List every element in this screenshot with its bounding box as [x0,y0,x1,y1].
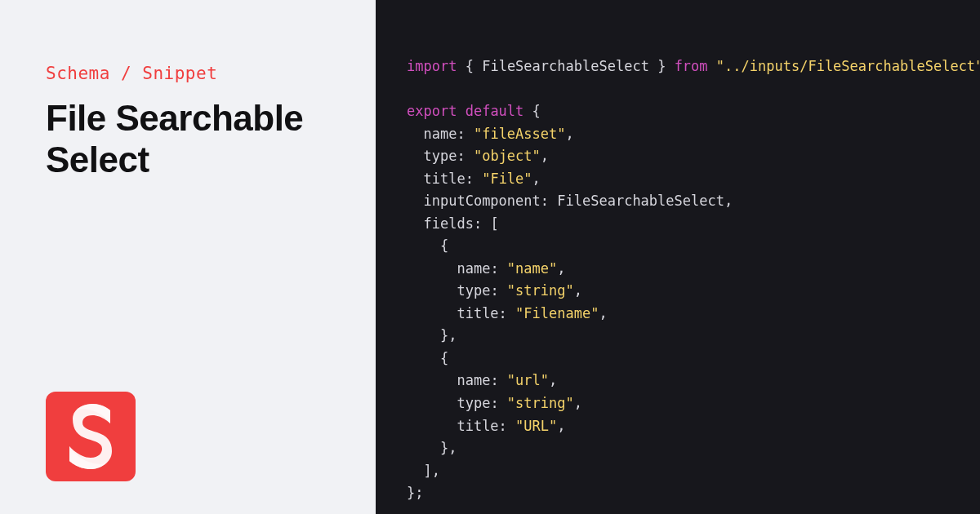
f2-key-type: type [457,395,490,411]
sanity-logo [46,392,136,481]
key-fields: fields [423,215,473,232]
page-title: File Searchable Select [46,98,330,180]
f1-key-type: type [457,282,490,299]
key-title: title [423,171,465,187]
brace-close: } [657,58,666,74]
f1-val-name: "name" [507,260,557,277]
val-type: "object" [474,148,541,164]
breadcrumb: Schema / Snippet [46,64,330,83]
obj-close: }; [407,485,423,501]
val-input-component: FileSearchableSelect [557,193,724,209]
f2-close: }, [440,440,457,456]
kw-import: import [407,58,457,74]
left-panel: Schema / Snippet File Searchable Select [0,0,376,514]
f2-val-type: "string" [507,395,574,411]
f1-key-name: name [457,260,490,277]
f2-key-title: title [457,418,498,434]
page-container: Schema / Snippet File Searchable Select … [0,0,980,514]
f1-val-type: "string" [507,282,574,299]
kw-from: from [675,58,708,74]
f1-open: { [440,237,448,254]
kw-default: default [466,103,524,119]
f2-open: { [440,350,448,366]
kw-export: export [407,103,457,119]
f2-val-title: "URL" [515,418,557,434]
key-input-component: inputComponent [423,193,540,209]
fields-open: [ [490,215,498,232]
f1-val-title: "Filename" [515,305,599,321]
val-name: "fileAsset" [474,126,566,142]
brace-open: { [466,58,474,74]
import-path: "../inputs/FileSearchableSelect" [716,58,980,74]
sanity-logo-icon [65,404,117,469]
val-title: "File" [482,171,532,187]
f2-key-name: name [457,372,490,388]
key-name: name [423,126,457,142]
code-panel: import { FileSearchableSelect } from "..… [376,0,980,514]
code-block: import { FileSearchableSelect } from "..… [407,55,980,505]
f1-key-title: title [457,305,498,321]
obj-open: { [532,103,541,119]
key-type: type [423,148,457,164]
f1-close: }, [440,327,457,343]
f2-val-name: "url" [507,372,549,388]
import-symbol: FileSearchableSelect [482,58,649,74]
fields-close: ], [423,463,439,479]
